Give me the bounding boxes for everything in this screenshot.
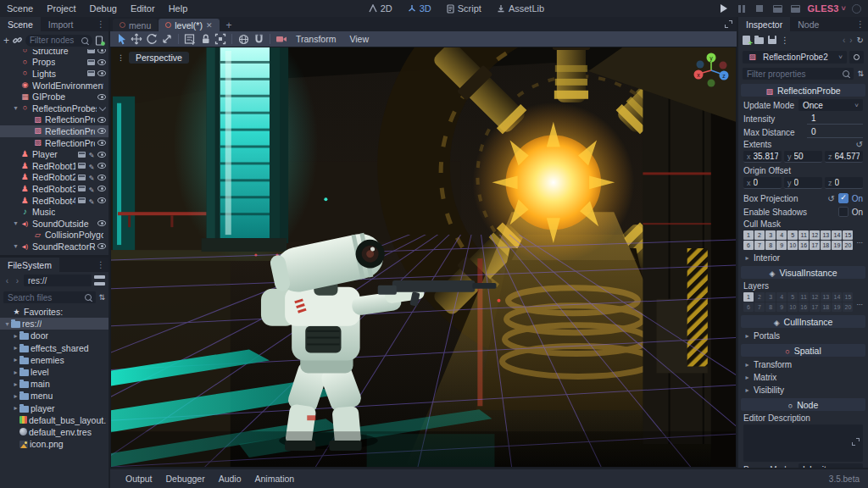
- layer-cell[interactable]: 6: [743, 302, 754, 312]
- eye-icon[interactable]: [97, 94, 106, 100]
- split-view-icon[interactable]: [94, 274, 105, 286]
- mask-cell[interactable]: 8: [765, 241, 776, 250]
- scene-tree-item[interactable]: RedRobot1: [0, 160, 108, 172]
- scene-tree-item[interactable]: GIProbe: [0, 91, 108, 103]
- layer-cell[interactable]: 3: [765, 292, 776, 302]
- filesystem-item[interactable]: default_bus_layout.tres: [0, 414, 108, 426]
- layer-cell[interactable]: 17: [810, 302, 820, 312]
- close-icon[interactable]: ✕: [206, 21, 213, 30]
- menu-item[interactable]: Help: [162, 3, 195, 14]
- eye-icon[interactable]: [97, 70, 106, 76]
- group-icon[interactable]: [214, 32, 227, 46]
- back-icon[interactable]: ‹: [3, 276, 11, 286]
- perspective-button[interactable]: Perspective: [129, 52, 189, 64]
- mask-cell[interactable]: 10: [787, 241, 798, 250]
- expand-arrow-icon[interactable]: [12, 344, 19, 352]
- play-button[interactable]: [718, 3, 730, 14]
- layer-cell[interactable]: 16: [798, 302, 809, 312]
- update-spinner-icon[interactable]: [852, 4, 861, 14]
- section-portals[interactable]: Portals: [738, 330, 868, 342]
- layer-cell[interactable]: 5: [787, 292, 798, 302]
- filter-properties-field[interactable]: [743, 68, 854, 80]
- layer-cell[interactable]: 18: [821, 302, 831, 312]
- mask-cell[interactable]: 4: [776, 230, 787, 240]
- filesystem-item[interactable]: player: [0, 402, 108, 414]
- pause-button[interactable]: [736, 3, 748, 14]
- sort-icon[interactable]: ⇅: [98, 293, 105, 302]
- workspace-assetlib[interactable]: AssetLib: [490, 0, 551, 17]
- layer-cell[interactable]: 1: [743, 292, 754, 302]
- eye-icon[interactable]: [97, 243, 106, 249]
- transform-menu[interactable]: Transform: [290, 34, 342, 44]
- mask-cell[interactable]: 18: [821, 241, 831, 250]
- layer-cell[interactable]: 8: [765, 302, 776, 312]
- layer-cell[interactable]: 11: [798, 292, 809, 302]
- list-select-icon[interactable]: [183, 32, 197, 46]
- revert-icon[interactable]: ↺: [856, 140, 863, 149]
- menu-item[interactable]: Debug: [82, 3, 123, 14]
- category-spatial[interactable]: Spatial: [741, 344, 865, 357]
- history-forward-icon[interactable]: ›: [849, 36, 852, 45]
- mask-cell[interactable]: 13: [821, 230, 831, 240]
- viewport-menu-dots-icon[interactable]: ⋮: [117, 53, 125, 62]
- bottom-panel-button[interactable]: Animation: [248, 472, 302, 485]
- lock-icon[interactable]: [198, 32, 212, 46]
- mask-cell[interactable]: 7: [754, 241, 765, 250]
- menu-item[interactable]: Scene: [0, 3, 40, 14]
- renderer-select[interactable]: GLES3: [807, 3, 846, 14]
- expand-arrow-icon[interactable]: [12, 242, 19, 250]
- search-files-input[interactable]: [8, 293, 82, 302]
- layer-cell[interactable]: 9: [776, 302, 787, 312]
- filesystem-item[interactable]: main: [0, 378, 108, 390]
- new-resource-icon[interactable]: [743, 36, 750, 45]
- expand-arrow-icon[interactable]: [12, 356, 19, 363]
- scene-tree-item[interactable]: RedRobot3: [0, 183, 108, 195]
- eye-icon[interactable]: [97, 175, 106, 180]
- local-space-icon[interactable]: [236, 32, 250, 46]
- add-node-button[interactable]: +: [3, 36, 9, 46]
- search-files-field[interactable]: [3, 291, 96, 303]
- scene-tree-item[interactable]: Music: [0, 206, 108, 218]
- filesystem-item[interactable]: door: [0, 330, 108, 341]
- section-visibility[interactable]: Visibility: [738, 384, 868, 396]
- section-interior[interactable]: Interior: [738, 252, 868, 264]
- enable-shadows-checkbox[interactable]: [838, 207, 849, 217]
- category-reflectionprobe[interactable]: ReflectionProbe: [741, 84, 865, 97]
- mask-cell[interactable]: 17: [810, 241, 820, 250]
- filesystem-item[interactable]: Favorites:: [0, 306, 108, 318]
- scene-tree-item[interactable]: Player: [0, 148, 108, 160]
- mask-cell[interactable]: 2: [754, 230, 765, 240]
- expand-arrow-icon[interactable]: [12, 392, 19, 400]
- dock-menu-icon[interactable]: ⋮: [93, 258, 108, 272]
- view-menu[interactable]: View: [343, 34, 375, 44]
- play-custom-scene-button[interactable]: [789, 3, 801, 14]
- eye-icon[interactable]: [97, 117, 106, 123]
- expand-arrow-icon[interactable]: [12, 332, 19, 340]
- viewport-3d[interactable]: ⋮ Perspective y x z: [110, 47, 737, 468]
- update-mode-dropdown[interactable]: Once˅: [798, 99, 863, 111]
- workspace-script[interactable]: Script: [440, 0, 488, 17]
- layer-cell[interactable]: 12: [810, 292, 820, 302]
- history-icon[interactable]: ↻: [857, 36, 864, 45]
- mask-cell[interactable]: 16: [798, 241, 809, 250]
- filesystem-item[interactable]: level: [0, 366, 108, 378]
- eye-icon[interactable]: [97, 59, 106, 65]
- eye-icon[interactable]: [97, 220, 106, 226]
- mask-cell[interactable]: 3: [765, 230, 776, 240]
- mask-cell[interactable]: 11: [798, 230, 809, 240]
- expand-arrow-icon[interactable]: [12, 104, 19, 112]
- axis-gizmo[interactable]: y x z: [691, 50, 732, 91]
- select-tool-icon[interactable]: [114, 32, 128, 46]
- scene-tree-item[interactable]: ReflectionProbe1: [0, 114, 108, 126]
- eye-icon[interactable]: [97, 128, 106, 134]
- filter-nodes-input[interactable]: [30, 36, 79, 45]
- layers-more-button[interactable]: ...: [856, 298, 863, 307]
- camera-preview-icon[interactable]: [275, 32, 288, 46]
- editor-description-textarea[interactable]: [743, 424, 863, 462]
- scene-tree-item[interactable]: CollisionPolygon: [0, 230, 108, 241]
- filesystem-item[interactable]: effects_shared: [0, 342, 108, 354]
- resource-menu-icon[interactable]: ⋮: [781, 36, 789, 45]
- scene-tree-item[interactable]: Structure: [0, 49, 108, 57]
- attach-script-button[interactable]: [95, 36, 105, 46]
- workspace-2d[interactable]: 2D: [362, 0, 399, 17]
